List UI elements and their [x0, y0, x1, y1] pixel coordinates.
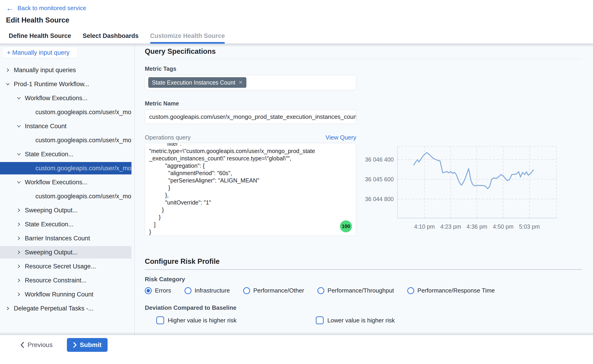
radio-option-performance-throughput[interactable]: Performance/Throughput: [317, 287, 394, 294]
footer-bar: Previous Submit: [0, 335, 593, 355]
svg-text:4:36 pm: 4:36 pm: [467, 223, 487, 230]
tree-label: Workflow Running Count: [0, 291, 93, 298]
metric-tags-input[interactable]: State Execution Instances Count ✕: [145, 75, 356, 90]
radio-control[interactable]: [243, 287, 250, 294]
chevron-right-icon: [16, 278, 22, 283]
tag-chip: State Execution Instances Count ✕: [148, 77, 246, 88]
chevron-down-icon[interactable]: [16, 95, 22, 101]
operations-query-editor[interactable]: "filter": "metric.type=\"custom.googleap…: [145, 143, 356, 236]
chevron-right-icon[interactable]: [16, 250, 22, 255]
chevron-down-icon[interactable]: [16, 180, 22, 185]
tree-row[interactable]: State Execution...: [0, 218, 131, 230]
risk-category-radio-group: ErrorsInfrastructurePerformance/OtherPer…: [145, 287, 593, 294]
add-query-button[interactable]: + Manually input query: [3, 47, 77, 58]
tab-label: Customize Health Source: [150, 32, 225, 39]
active-tab-underline: [150, 42, 225, 44]
tree-row[interactable]: Manually input queries: [0, 64, 131, 76]
chevron-right-icon[interactable]: [16, 278, 22, 283]
tab-bar: Define Health SourceSelect DashboardsCus…: [0, 28, 593, 44]
back-link[interactable]: Back to monitored service: [18, 5, 86, 12]
tab-select-dashboards[interactable]: Select Dashboards: [83, 28, 139, 43]
tree-label: Barrier Instances Count: [0, 235, 90, 242]
tree-row[interactable]: Resource Secret Usage...: [0, 260, 131, 273]
checkbox-control[interactable]: [156, 316, 164, 324]
chevron-down-icon[interactable]: [16, 124, 22, 129]
chevron-right-icon[interactable]: [16, 208, 22, 213]
tree-row[interactable]: Resource Constraint...: [0, 274, 131, 286]
tree-row[interactable]: Workflow Executions...: [0, 92, 131, 104]
tree-label: custom.googleapis.com/user/x_mongo_prod: [0, 193, 131, 200]
tree-label: Delegate Perpetual Tasks -...: [0, 305, 93, 312]
svg-text:36 044 800: 36 044 800: [365, 196, 394, 202]
tab-label: Select Dashboards: [83, 32, 139, 39]
content-area: + Manually input query Manually input qu…: [0, 44, 593, 335]
radio-control[interactable]: [407, 287, 414, 294]
back-arrow-icon[interactable]: ←: [6, 4, 14, 12]
risk-heading: Configure Risk Profile: [145, 257, 356, 266]
svg-text:36 046 400: 36 046 400: [365, 156, 394, 163]
radio-option-performance-other[interactable]: Performance/Other: [243, 287, 304, 294]
chevron-right-icon[interactable]: [16, 264, 22, 269]
previous-button[interactable]: Previous: [20, 341, 53, 349]
tree-label: Manually input queries: [0, 67, 76, 74]
tree-row[interactable]: Sweeping Output...: [0, 204, 131, 216]
tree-row[interactable]: custom.googleapis.com/user/x_mongo_prod: [0, 106, 131, 118]
tab-customize-health-source[interactable]: Customize Health Source: [150, 28, 225, 43]
query-tree: Manually input queriesProd-1 Runtime Wor…: [0, 64, 134, 315]
tree-row[interactable]: custom.googleapis.com/user/x_mongo_prod: [0, 134, 131, 146]
chevron-right-icon: [16, 221, 22, 227]
chevron-right-icon[interactable]: [16, 292, 22, 297]
checkbox-option-higher-value-is-higher-risk[interactable]: Higher value is higher risk: [156, 316, 236, 324]
chevron-down-icon: [16, 151, 22, 157]
radio-label: Errors: [155, 287, 171, 294]
deviation-label: Deviation Compared to Baseline: [145, 304, 356, 311]
chevron-down-icon[interactable]: [16, 151, 22, 157]
chevron-right-icon[interactable]: [5, 306, 11, 311]
chevron-right-icon: [5, 67, 11, 73]
view-query-link[interactable]: View Query: [326, 134, 356, 141]
tree-row[interactable]: custom.googleapis.com/user/x_mongo_prod: [0, 162, 131, 174]
tree-label: Sweeping Output...: [0, 207, 78, 214]
radio-control[interactable]: [185, 287, 191, 294]
risk-category-label: Risk Category: [145, 276, 356, 283]
tab-define-health-source[interactable]: Define Health Source: [9, 28, 71, 43]
tree-row[interactable]: Barrier Instances Count: [0, 232, 131, 245]
chevron-right-icon[interactable]: [16, 235, 22, 241]
checkbox-option-lower-value-is-higher-risk[interactable]: Lower value is higher risk: [316, 316, 395, 324]
radio-control[interactable]: [317, 287, 324, 294]
radio-label: Performance/Other: [253, 287, 304, 294]
svg-text:36 045 600: 36 045 600: [365, 176, 394, 182]
tree-label: Resource Constraint...: [0, 277, 87, 284]
tree-label: Workflow Executions...: [0, 179, 88, 186]
deviation-checkbox-group: Higher value is higher riskLower value i…: [156, 316, 593, 324]
submit-button[interactable]: Submit: [67, 338, 108, 352]
radio-label: Performance/Throughput: [327, 287, 394, 294]
tree-row[interactable]: Workflow Running Count: [0, 288, 131, 301]
checkbox-control[interactable]: [316, 316, 324, 324]
chevron-right-icon: [16, 235, 22, 241]
tree-label: State Execution...: [0, 151, 73, 158]
operations-query-label: Operations query: [145, 134, 190, 141]
radio-control[interactable]: [145, 287, 152, 294]
tree-row[interactable]: custom.googleapis.com/user/x_mongo_prod: [0, 190, 131, 202]
chevron-right-icon[interactable]: [5, 67, 11, 73]
chevron-right-icon[interactable]: [16, 221, 22, 227]
tree-label: State Execution...: [0, 221, 73, 228]
metric-chart: 36 046 40036 045 60036 044 8004:10 pm4:2…: [358, 138, 565, 234]
tree-row[interactable]: Workflow Executions...: [0, 176, 131, 188]
radio-option-infrastructure[interactable]: Infrastructure: [185, 287, 230, 294]
chevron-down-icon[interactable]: [5, 81, 11, 87]
metric-name-input[interactable]: custom.googleapis.com/user/x_mongo_prod_…: [145, 110, 356, 124]
tree-row[interactable]: Instance Count: [0, 120, 131, 132]
chip-close-icon[interactable]: ✕: [239, 79, 243, 85]
tree-row[interactable]: State Execution...: [0, 148, 131, 160]
tree-row[interactable]: Sweeping Output...: [0, 246, 131, 259]
tree-label: Resource Secret Usage...: [0, 263, 96, 270]
tree-row[interactable]: Prod-1 Runtime Workflow...: [0, 78, 131, 90]
radio-option-performance-response-time[interactable]: Performance/Response Time: [407, 287, 495, 294]
tree-label: custom.googleapis.com/user/x_mongo_prod: [0, 165, 131, 172]
metric-chart-wrap: 36 046 40036 045 60036 044 8004:10 pm4:2…: [358, 138, 565, 234]
radio-option-errors[interactable]: Errors: [145, 287, 171, 294]
tree-row[interactable]: Delegate Perpetual Tasks -...: [0, 302, 131, 315]
page-title: Edit Health Source: [6, 16, 593, 24]
